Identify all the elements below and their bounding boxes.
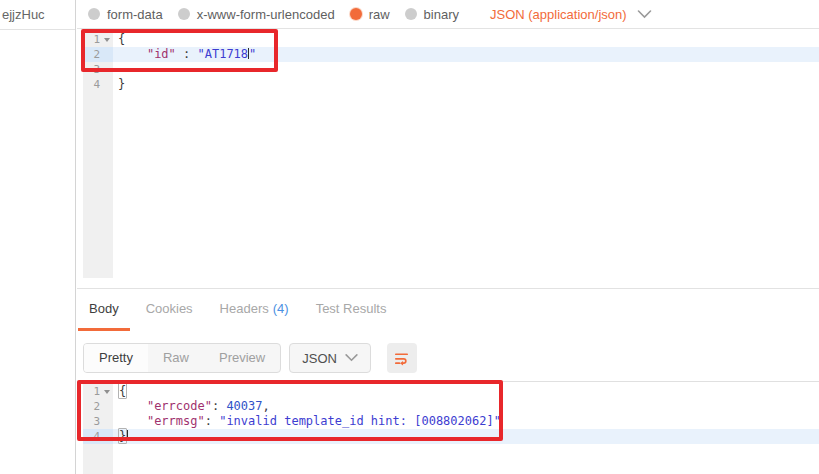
radio-selected-icon[interactable] <box>350 8 362 20</box>
body-type-binary[interactable]: binary <box>405 7 459 22</box>
code-line[interactable]: 2 "id" : "AT1718" <box>83 47 819 62</box>
code-line[interactable]: 1{ <box>83 32 819 47</box>
line-number: 1 <box>83 32 100 47</box>
request-body-editor[interactable]: 1{2 "id" : "AT1718"34} <box>77 30 819 278</box>
tab-cookies[interactable]: Cookies <box>135 289 204 331</box>
token-plain: : <box>176 47 198 61</box>
content-type-value: JSON (application/json) <box>490 7 627 22</box>
line-number: 4 <box>83 77 100 92</box>
fold-caret-icon[interactable] <box>104 38 110 45</box>
code-line-text: "id" : "AT1718" <box>113 47 819 62</box>
response-body-editor[interactable]: 1{2 "errcode": 40037,3 "errmsg": "invali… <box>77 381 819 474</box>
tab-body[interactable]: Body <box>78 289 130 331</box>
token-plain: , <box>263 399 270 413</box>
view-pretty-button[interactable]: Pretty <box>84 344 148 372</box>
token-number: 40037 <box>226 399 262 413</box>
token-plain: : <box>212 399 226 413</box>
request-body-type-bar: form-data x-www-form-urlencoded raw bina… <box>77 0 819 29</box>
code-line[interactable]: 4} <box>83 77 819 92</box>
chevron-down-icon <box>637 10 652 19</box>
tab-label: Body <box>89 301 119 316</box>
line-number: 2 <box>83 47 100 62</box>
view-switcher: Pretty Raw Preview <box>83 343 281 373</box>
postman-window: ejjzHuc form-data x-www-form-urlencoded … <box>0 0 819 474</box>
token-plain <box>118 414 147 428</box>
code-line-text: { <box>113 384 819 399</box>
wrap-text-button[interactable] <box>387 343 417 373</box>
sidebar: ejjzHuc <box>0 0 76 474</box>
line-gutter: 4 <box>83 77 113 92</box>
token-key: "id" <box>147 47 176 61</box>
wrap-text-icon <box>393 350 410 367</box>
tab-label: Test Results <box>316 301 387 316</box>
tab-test-results[interactable]: Test Results <box>305 289 398 331</box>
body-type-x-www-form-urlencoded[interactable]: x-www-form-urlencoded <box>178 7 335 22</box>
token-str: " <box>249 47 256 61</box>
code-line[interactable]: 2 "errcode": 40037, <box>83 399 819 414</box>
radio-icon[interactable] <box>88 8 100 20</box>
response-view-toolbar: Pretty Raw Preview JSON <box>83 343 417 373</box>
token-plain <box>118 399 147 413</box>
response-tab-bar: Body Cookies Headers (4) Test Results <box>77 289 819 331</box>
body-type-raw[interactable]: raw <box>350 7 390 22</box>
code-line[interactable]: 1{ <box>83 384 819 399</box>
headers-count-badge: (4) <box>273 301 289 316</box>
body-type-form-data[interactable]: form-data <box>88 7 163 22</box>
token-key: "errcode" <box>147 399 212 413</box>
line-gutter: 3 <box>83 62 113 77</box>
response-format-dropdown[interactable]: JSON <box>289 343 371 373</box>
content-type-dropdown[interactable]: JSON (application/json) <box>490 7 652 22</box>
token-plain: : <box>205 414 219 428</box>
main-panel: form-data x-www-form-urlencoded raw bina… <box>77 0 819 474</box>
code-line-text: "errcode": 40037, <box>113 399 819 414</box>
token-plain: } <box>118 77 125 91</box>
token-bracket: } <box>118 428 127 444</box>
code-line-text: } <box>113 429 819 444</box>
line-gutter: 1 <box>83 384 113 399</box>
sidebar-request-label: ejjzHuc <box>2 7 45 22</box>
code-line[interactable]: 4} <box>83 429 819 444</box>
body-type-label: binary <box>424 7 459 22</box>
token-key: "errmsg" <box>147 414 205 428</box>
code-line-text <box>113 62 819 77</box>
tab-label: Headers <box>220 301 269 316</box>
code-line[interactable]: 3 "errmsg": "invalid template_id hint: [… <box>83 414 819 429</box>
chevron-down-icon <box>345 354 358 362</box>
code-line-text: "errmsg": "invalid template_id hint: [00… <box>113 414 819 429</box>
sidebar-request-item[interactable]: ejjzHuc <box>0 0 75 30</box>
line-gutter: 2 <box>83 47 113 62</box>
line-number: 3 <box>83 414 100 429</box>
code-line-text: { <box>113 32 819 47</box>
radio-icon[interactable] <box>405 8 417 20</box>
line-number: 4 <box>83 429 100 444</box>
line-gutter: 2 <box>83 399 113 414</box>
token-plain: { <box>118 32 125 46</box>
view-preview-button[interactable]: Preview <box>204 344 280 372</box>
body-type-label: raw <box>369 7 390 22</box>
token-bracket: { <box>118 383 127 399</box>
tab-headers[interactable]: Headers (4) <box>209 289 300 331</box>
token-str: "invalid template_id hint: [008802062]" <box>219 414 501 428</box>
token-plain <box>118 47 147 61</box>
radio-icon[interactable] <box>178 8 190 20</box>
line-gutter: 1 <box>83 32 113 47</box>
code-line-text: } <box>113 77 819 92</box>
tab-label: Cookies <box>146 301 193 316</box>
line-gutter: 3 <box>83 414 113 429</box>
body-type-label: form-data <box>107 7 163 22</box>
line-gutter: 4 <box>83 429 113 444</box>
token-str: "AT1718 <box>198 47 249 61</box>
body-type-label: x-www-form-urlencoded <box>197 7 335 22</box>
line-number: 3 <box>83 62 100 77</box>
response-format-value: JSON <box>302 351 337 366</box>
fold-caret-icon[interactable] <box>104 390 110 397</box>
view-raw-button[interactable]: Raw <box>148 344 204 372</box>
line-number: 2 <box>83 399 100 414</box>
text-caret <box>127 430 128 441</box>
line-number: 1 <box>83 384 100 399</box>
code-line[interactable]: 3 <box>83 62 819 77</box>
